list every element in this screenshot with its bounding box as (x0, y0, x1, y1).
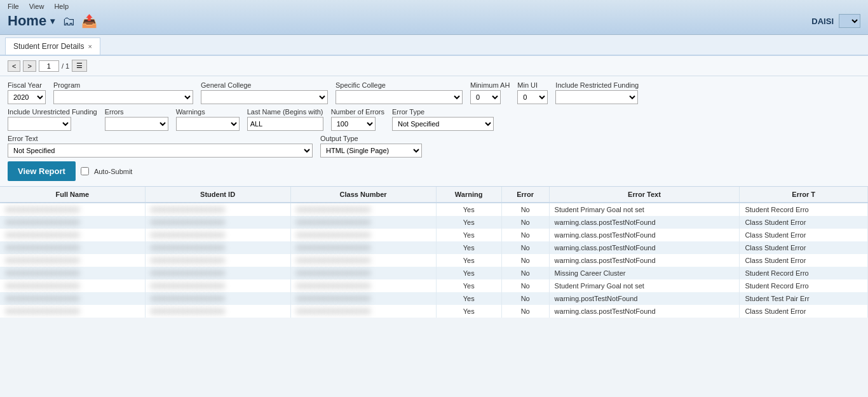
min-ah-group: Minimum AH 0 (470, 81, 510, 104)
table-cell: XXXXXXXXXXXXXXXX (145, 241, 290, 254)
min-ah-select[interactable]: 0 (470, 90, 501, 104)
fiscal-year-select[interactable]: 2020 (8, 90, 46, 104)
table-cell: Class Student Error (740, 229, 868, 241)
warnings-group: Warnings (176, 108, 240, 131)
col-error: Error (501, 187, 549, 203)
export-icon[interactable]: 📤 (81, 13, 97, 29)
auto-submit-label: Auto-Submit (94, 168, 133, 175)
last-name-input[interactable] (247, 117, 323, 131)
program-group: Program (53, 81, 193, 104)
output-type-select[interactable]: HTML (Single Page) (320, 144, 422, 158)
include-restricted-select[interactable] (555, 90, 638, 104)
home-dropdown-icon[interactable]: ▾ (50, 16, 55, 26)
next-page-button[interactable]: > (23, 60, 36, 72)
list-view-button[interactable]: ☰ (72, 60, 87, 72)
filter-row-1: Fiscal Year 2020 Program General College… (8, 81, 860, 104)
table-cell: XXXXXXXXXXXXXXXX (145, 305, 290, 318)
table-cell: XXXXXXXXXXXXXXXX (0, 279, 145, 292)
table-cell: Class Student Error (740, 305, 868, 318)
table-cell: XXXXXXXXXXXXXXXX (145, 216, 290, 229)
error-type-select[interactable]: Not Specified (392, 117, 494, 131)
min-ui-group: Min UI 0 (517, 81, 548, 104)
filter-row-2: Include Unrestricted Funding Errors Warn… (8, 108, 860, 131)
table-cell: XXXXXXXXXXXXXXXX (145, 229, 290, 241)
table-cell: XXXXXXXXXXXXXXXX (145, 279, 290, 292)
warnings-select[interactable] (176, 117, 240, 131)
include-unrestricted-select[interactable] (8, 117, 71, 131)
table-cell: Yes (436, 241, 501, 254)
table-cell: XXXXXXXXXXXXXXXX (0, 267, 145, 279)
table-row: XXXXXXXXXXXXXXXXXXXXXXXXXXXXXXXXXXXXXXXX… (0, 279, 868, 292)
table-cell: No (501, 292, 549, 305)
top-bar: File View Help Home ▾ 🗂 📤 DAISI (0, 0, 868, 35)
include-restricted-label: Include Restricted Funding (555, 81, 639, 89)
number-of-errors-select[interactable]: 100 (331, 117, 376, 131)
table-row: XXXXXXXXXXXXXXXXXXXXXXXXXXXXXXXXXXXXXXXX… (0, 241, 868, 254)
table-cell: Yes (436, 279, 501, 292)
table-row: XXXXXXXXXXXXXXXXXXXXXXXXXXXXXXXXXXXXXXXX… (0, 216, 868, 229)
include-restricted-group: Include Restricted Funding (555, 81, 639, 104)
filter-row-3: Error Text Not Specified Output Type HTM… (8, 135, 860, 158)
tab-label: Student Error Details (13, 42, 84, 51)
table-cell: XXXXXXXXXXXXXXXX (0, 229, 145, 241)
table-body: XXXXXXXXXXXXXXXXXXXXXXXXXXXXXXXXXXXXXXXX… (0, 203, 868, 318)
menu-view[interactable]: View (29, 3, 44, 10)
view-report-button[interactable]: View Report (8, 161, 76, 181)
last-name-group: Last Name (Begins with) (247, 108, 323, 131)
table-header-row: Full Name Student ID Class Number Warnin… (0, 187, 868, 203)
specific-college-select[interactable] (336, 90, 463, 104)
table-cell: No (501, 267, 549, 279)
page-number-input[interactable] (39, 60, 59, 72)
table-row: XXXXXXXXXXXXXXXXXXXXXXXXXXXXXXXXXXXXXXXX… (0, 229, 868, 241)
table-cell: XXXXXXXXXXXXXXXX (0, 203, 145, 216)
table-cell: Yes (436, 305, 501, 318)
table-cell: Yes (436, 292, 501, 305)
table-cell: Class Student Error (740, 216, 868, 229)
specific-college-group: Specific College (336, 81, 463, 104)
student-error-details-tab[interactable]: Student Error Details × (5, 37, 100, 55)
include-unrestricted-group: Include Unrestricted Funding (8, 108, 97, 131)
table-row: XXXXXXXXXXXXXXXXXXXXXXXXXXXXXXXXXXXXXXXX… (0, 305, 868, 318)
min-ui-label: Min UI (517, 81, 548, 89)
table-cell: XXXXXXXXXXXXXXXX (145, 254, 290, 267)
table-cell: warning.postTestNotFound (549, 292, 740, 305)
table-cell: No (501, 305, 549, 318)
table-cell: Class Student Error (740, 241, 868, 254)
table-cell: XXXXXXXXXXXXXXXX (290, 203, 436, 216)
table-cell: XXXXXXXXXXXXXXXX (0, 292, 145, 305)
table-cell: XXXXXXXXXXXXXXXX (290, 267, 436, 279)
prev-page-button[interactable]: < (8, 60, 20, 72)
user-dropdown[interactable] (839, 14, 860, 28)
table-cell: Class Student Error (740, 254, 868, 267)
table-cell: XXXXXXXXXXXXXXXX (145, 203, 290, 216)
error-text-select[interactable]: Not Specified (8, 144, 313, 158)
last-name-label: Last Name (Begins with) (247, 108, 323, 116)
errors-select[interactable] (105, 117, 168, 131)
table-cell: XXXXXXXXXXXXXXXX (290, 305, 436, 318)
error-text-label: Error Text (8, 135, 313, 142)
menu-help[interactable]: Help (54, 3, 69, 10)
filter-area: Fiscal Year 2020 Program General College… (0, 76, 868, 187)
table-cell: XXXXXXXXXXXXXXXX (290, 241, 436, 254)
col-warning: Warning (436, 187, 501, 203)
auto-submit-checkbox[interactable] (81, 167, 89, 175)
table-row: XXXXXXXXXXXXXXXXXXXXXXXXXXXXXXXXXXXXXXXX… (0, 203, 868, 216)
include-unrestricted-label: Include Unrestricted Funding (8, 108, 97, 116)
table-cell: XXXXXXXXXXXXXXXX (0, 305, 145, 318)
error-table: Full Name Student ID Class Number Warnin… (0, 187, 868, 318)
error-type-group: Error Type Not Specified (392, 108, 494, 131)
table-cell: Student Primary Goal not set (549, 203, 740, 216)
col-class-number: Class Number (290, 187, 436, 203)
min-ui-select[interactable]: 0 (517, 90, 548, 104)
error-type-label: Error Type (392, 108, 494, 116)
menu-file[interactable]: File (8, 3, 19, 10)
table-cell: warning.class.postTestNotFound (549, 254, 740, 267)
col-error-type: Error T (740, 187, 868, 203)
output-type-group: Output Type HTML (Single Page) (320, 135, 422, 158)
table-cell: XXXXXXXXXXXXXXXX (0, 254, 145, 267)
open-folder-icon[interactable]: 🗂 (62, 14, 75, 29)
program-select[interactable] (53, 90, 193, 104)
general-college-select[interactable] (201, 90, 328, 104)
close-icon[interactable]: × (88, 43, 92, 50)
general-college-label: General College (201, 81, 328, 89)
